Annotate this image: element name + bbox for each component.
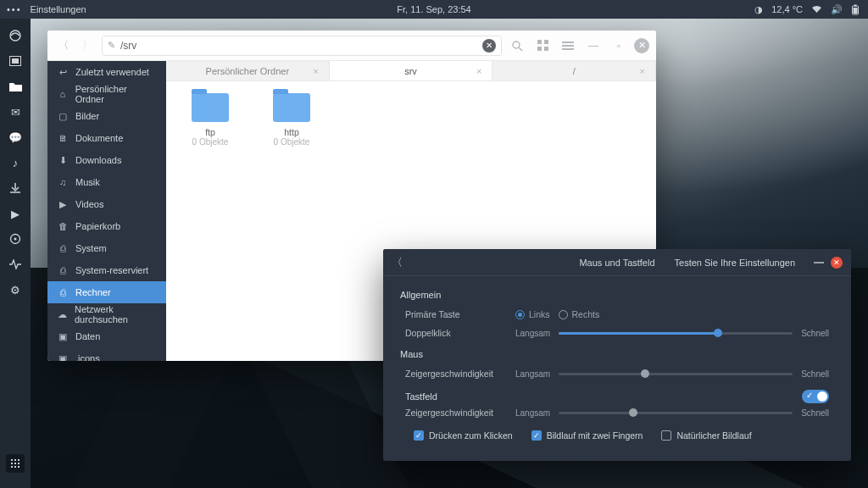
sidebar-item-icon: ☁	[58, 309, 67, 320]
double-click-slider[interactable]	[559, 332, 793, 335]
sidebar-item-icon: ⎙	[58, 265, 68, 275]
tab-close-icon[interactable]: ×	[637, 66, 648, 76]
volume-icon[interactable]: 🔊	[831, 4, 843, 15]
wifi-icon[interactable]	[811, 5, 822, 14]
sidebar-item-label: Dokumente	[75, 133, 123, 143]
sidebar-item-13[interactable]: ▣.icons	[47, 347, 166, 361]
svg-rect-5	[12, 58, 19, 64]
sidebar-item-9[interactable]: ⎙System-reserviert	[47, 259, 166, 281]
file-manager-sidebar: ↩Zuletzt verwendet⌂Persönlicher Ordner▢B…	[47, 61, 166, 361]
clock[interactable]: Fr, 11. Sep, 23:54	[397, 4, 470, 14]
path-bar[interactable]: ✎ /srv ✕	[102, 36, 502, 56]
tab-2[interactable]: /×	[492, 61, 656, 80]
battery-icon[interactable]	[851, 4, 860, 15]
settings-header: 〈 Maus und Tastfeld Testen Sie Ihre Eins…	[383, 249, 851, 276]
label-primary-button: Primäre Taste	[405, 309, 515, 319]
label-touchpad-speed: Zeigergeschwindigkeit	[405, 408, 515, 418]
sidebar-item-6[interactable]: ▶Videos	[47, 193, 166, 215]
sidebar-item-icon: ⬇	[58, 155, 68, 166]
dock-firefox-icon[interactable]	[8, 29, 22, 42]
settings-minimize-icon[interactable]	[814, 262, 824, 263]
window-minimize-icon[interactable]: —	[583, 36, 604, 56]
sidebar-item-label: Netzwerk durchsuchen	[75, 304, 156, 324]
sidebar-item-icon: 🗑	[58, 221, 68, 231]
sidebar-item-label: Downloads	[75, 155, 121, 165]
sidebar-item-label: Videos	[75, 199, 103, 209]
test-settings-button[interactable]: Testen Sie Ihre Einstellungen	[668, 254, 802, 271]
svg-point-8	[513, 42, 520, 48]
folder-ftp[interactable]: ftp0 Objekte	[181, 93, 239, 147]
radio-right[interactable]: Rechts	[559, 309, 600, 319]
sidebar-item-icon: ▣	[58, 331, 68, 342]
sidebar-item-1[interactable]: ⌂Persönlicher Ordner	[47, 83, 166, 105]
svg-line-9	[519, 47, 522, 51]
check-two-finger-scroll[interactable]: ✓Bildlauf mit zwei Fingern	[531, 430, 643, 441]
dock-music-icon[interactable]: ♪	[8, 156, 22, 169]
tab-close-icon[interactable]: ×	[473, 66, 485, 76]
nav-forward-button[interactable]: 〉	[78, 36, 97, 56]
label-mouse-speed: Zeigergeschwindigkeit	[405, 369, 515, 379]
sidebar-item-10[interactable]: ⎙Rechner	[47, 281, 166, 303]
app-menu-label[interactable]: Einstellungen	[31, 4, 86, 14]
label-double-click: Doppelklick	[405, 328, 515, 338]
sidebar-item-label: System-reserviert	[75, 265, 148, 275]
svg-rect-11	[544, 40, 548, 44]
radio-right-label: Rechts	[572, 309, 600, 319]
sidebar-item-label: Papierkorb	[75, 221, 120, 231]
folder-http[interactable]: http0 Objekte	[263, 93, 320, 147]
nav-back-button[interactable]: 〈	[54, 36, 73, 56]
sidebar-item-12[interactable]: ▣Daten	[47, 325, 166, 347]
window-close-icon[interactable]: ✕	[634, 38, 649, 53]
dock-mail-icon[interactable]: ✉	[8, 105, 22, 119]
settings-close-icon[interactable]: ✕	[831, 257, 843, 269]
dock-play-icon[interactable]: ▶	[8, 207, 22, 220]
sidebar-item-11[interactable]: ☁Netzwerk durchsuchen	[47, 303, 166, 325]
show-apps-button[interactable]	[6, 454, 25, 473]
dock-downloads-icon[interactable]	[8, 181, 22, 195]
folder-icon	[192, 93, 229, 122]
sidebar-item-2[interactable]: ▢Bilder	[47, 105, 166, 127]
fast-label: Schnell	[801, 329, 829, 338]
sidebar-item-7[interactable]: 🗑Papierkorb	[47, 215, 166, 237]
file-manager-tabs: Persönlicher Ordner×srv×/×	[166, 61, 656, 81]
sidebar-item-icon: ▣	[58, 353, 68, 362]
sidebar-item-3[interactable]: 🗎Dokumente	[47, 127, 166, 149]
touchpad-speed-slider[interactable]	[559, 412, 793, 414]
touchpad-toggle[interactable]: ✓	[802, 390, 829, 403]
radio-left[interactable]: Links	[515, 309, 550, 319]
sidebar-item-0[interactable]: ↩Zuletzt verwendet	[47, 61, 166, 83]
fast-label: Schnell	[801, 408, 829, 418]
window-maximize-icon[interactable]: ▫	[609, 36, 629, 56]
dock-activity-icon[interactable]	[8, 258, 22, 271]
sidebar-item-5[interactable]: ♫Musik	[47, 171, 166, 193]
mouse-speed-slider[interactable]	[559, 373, 793, 375]
night-icon[interactable]: ◑	[754, 4, 763, 15]
settings-back-button[interactable]: 〈	[392, 255, 409, 270]
check-tap-to-click[interactable]: ✓Drücken zum Klicken	[414, 430, 513, 441]
clear-path-button[interactable]: ✕	[482, 39, 496, 53]
dock-chat-icon[interactable]: 💬	[8, 130, 22, 144]
sidebar-item-icon: ♫	[58, 177, 68, 187]
activities-icon[interactable]: •••	[7, 4, 22, 14]
section-general: Allgemein	[400, 290, 829, 300]
sidebar-item-icon: ↩	[58, 67, 68, 78]
search-icon[interactable]	[507, 36, 527, 56]
sidebar-item-label: System	[75, 243, 107, 253]
tab-0[interactable]: Persönlicher Ordner×	[166, 61, 330, 80]
folder-sub: 0 Objekte	[181, 137, 239, 147]
view-grid-icon[interactable]	[532, 36, 553, 56]
sidebar-item-icon: ▢	[58, 111, 68, 122]
sidebar-item-label: Bilder	[75, 111, 99, 121]
dock-screenshot-icon[interactable]	[8, 54, 22, 68]
sidebar-item-4[interactable]: ⬇Downloads	[47, 149, 166, 171]
check-natural-scroll[interactable]: Natürlicher Bildlauf	[661, 430, 751, 441]
dock-files-icon[interactable]	[8, 80, 22, 93]
section-mouse: Maus	[400, 349, 829, 359]
check-twofinger-label: Bildlauf mit zwei Fingern	[547, 430, 643, 441]
sidebar-item-8[interactable]: ⎙System	[47, 237, 166, 259]
tab-close-icon[interactable]: ×	[309, 66, 321, 76]
dock-settings-icon[interactable]: ⚙	[8, 283, 22, 297]
dock-help-icon[interactable]	[8, 232, 22, 246]
tab-1[interactable]: srv×	[330, 61, 493, 80]
view-list-icon[interactable]	[558, 36, 578, 56]
